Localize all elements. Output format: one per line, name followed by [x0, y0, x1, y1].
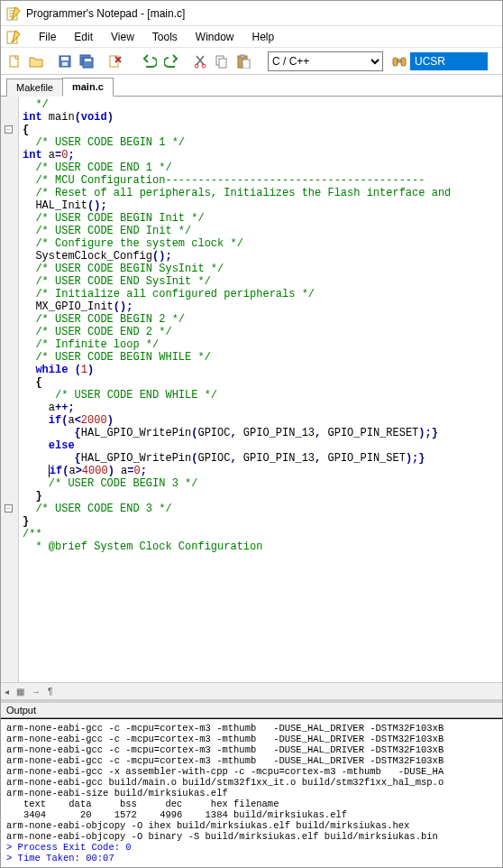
title-bar: Programmer's Notepad - [main.c]	[1, 1, 502, 26]
svg-rect-8	[85, 59, 91, 61]
fold-marker[interactable]: −	[5, 504, 13, 512]
editor-nav-bar: ◂ ▦ → ¶	[1, 682, 502, 700]
menu-help[interactable]: Help	[243, 29, 284, 45]
output-panel[interactable]: arm-none-eabi-gcc -c -mcpu=cortex-m3 -mt…	[1, 718, 502, 867]
nav-arrow-right-icon[interactable]: →	[32, 687, 41, 697]
svg-rect-4	[61, 57, 69, 60]
open-folder-button[interactable]	[26, 51, 46, 71]
tab-makefile[interactable]: Makefile	[6, 78, 63, 97]
save-all-button[interactable]	[77, 51, 96, 71]
output-panel-header[interactable]: Output	[1, 700, 502, 718]
svg-rect-5	[62, 62, 68, 66]
tab-main-c[interactable]: main.c	[62, 78, 114, 97]
nav-pilcrow-icon[interactable]: ¶	[48, 687, 52, 697]
menu-tools[interactable]: Tools	[143, 29, 187, 45]
document-tabs: Makefile main.c	[1, 75, 502, 97]
svg-rect-13	[219, 59, 226, 68]
paste-button[interactable]	[233, 51, 253, 71]
svg-rect-19	[398, 60, 401, 62]
app-icon	[6, 6, 21, 21]
code-editor[interactable]: −−− */int main(void){ /* USER CODE BEGIN…	[1, 97, 502, 682]
menu-view[interactable]: View	[102, 29, 143, 45]
undo-button[interactable]	[140, 51, 160, 71]
redo-button[interactable]	[161, 51, 181, 71]
save-button[interactable]	[55, 51, 75, 71]
menu-file[interactable]: File	[30, 29, 65, 45]
menu-bar: File Edit View Tools Window Help	[1, 26, 502, 48]
new-file-button[interactable]	[5, 51, 24, 71]
nav-grid-icon[interactable]: ▦	[16, 687, 24, 697]
svg-rect-15	[241, 55, 244, 58]
svg-rect-16	[242, 60, 250, 69]
menu-edit[interactable]: Edit	[65, 29, 102, 45]
cut-button[interactable]	[190, 51, 210, 71]
menu-window[interactable]: Window	[187, 29, 243, 45]
code-area[interactable]: */int main(void){ /* USER CODE BEGIN 1 *…	[19, 97, 502, 682]
fold-gutter[interactable]: −−−	[1, 97, 19, 682]
svg-rect-17	[393, 58, 398, 66]
nav-left-icon[interactable]: ◂	[5, 687, 9, 697]
app-small-icon	[6, 30, 21, 44]
close-file-button[interactable]	[105, 51, 125, 71]
search-input[interactable]	[410, 52, 488, 70]
fold-marker[interactable]: −	[5, 125, 13, 134]
language-select[interactable]: C / C++	[268, 51, 383, 71]
binoculars-icon[interactable]	[392, 54, 407, 69]
toolbar: C / C++	[1, 48, 502, 75]
svg-rect-18	[401, 58, 406, 66]
svg-rect-2	[10, 56, 18, 67]
window-title: Programmer's Notepad - [main.c]	[26, 7, 185, 20]
copy-button[interactable]	[212, 51, 232, 71]
